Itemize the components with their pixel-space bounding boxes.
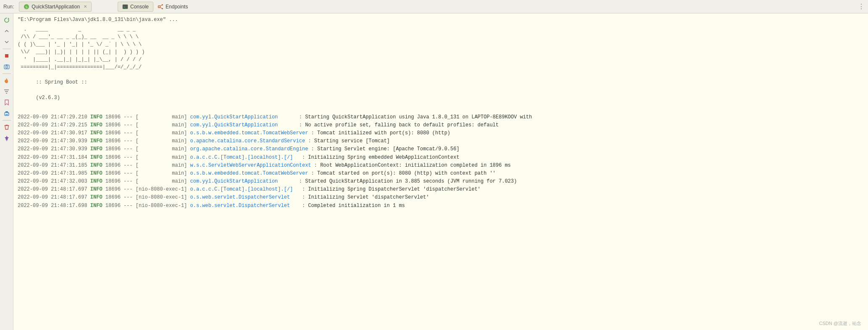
log-date: 2022-09-09 21:47:31.185	[18, 162, 90, 170]
log-logger: o.a.c.c.C.[Tomcat].[localhost].[/]	[190, 186, 302, 194]
toolbar-separator-1	[3, 49, 11, 49]
log-message: Starting Servlet engine: [Apache Tomcat/…	[317, 145, 459, 153]
log-level: INFO	[90, 194, 105, 202]
art-line-4: \\/ ___)| |_)| | | | | || (_| | ) ) ) )	[18, 48, 864, 56]
log-date: 2022-09-09 21:47:32.003	[18, 178, 90, 186]
log-pid: 18696 ---	[105, 113, 136, 121]
log-entries: 2022-09-09 21:47:29.210 INFO 18696 --- […	[18, 113, 864, 210]
java-cmd-line: "E:\Program Files\Java\jdk1.8.0_131\bin\…	[18, 16, 864, 24]
spring-boot-version: (v2.6.3)	[36, 95, 60, 101]
endpoints-icon	[158, 4, 163, 10]
log-colon: :	[302, 154, 308, 162]
top-bar: Run: S QuickStartApplication ✕ >_ Consol…	[0, 0, 868, 13]
filter-button[interactable]	[2, 86, 12, 97]
log-date: 2022-09-09 21:47:30.939	[18, 137, 90, 145]
log-thread: [ main]	[136, 121, 190, 129]
log-colon: :	[311, 129, 317, 137]
log-logger: com.yyl.QuickStartApplication	[190, 113, 299, 121]
log-level: INFO	[90, 162, 105, 170]
svg-rect-9	[5, 54, 8, 58]
spring-icon: S	[24, 4, 29, 10]
log-message: Tomcat initialized with port(s): 8080 (h…	[317, 129, 450, 137]
log-pid: 18696 ---	[105, 178, 136, 186]
log-logger: o.s.b.w.embedded.tomcat.TomcatWebServer	[190, 129, 311, 137]
log-colon: :	[302, 194, 308, 202]
flame-button[interactable]	[2, 76, 12, 86]
svg-rect-17	[5, 111, 8, 113]
log-thread: [nio-8080-exec-1]	[136, 202, 190, 210]
log-level: INFO	[90, 121, 105, 129]
log-colon: :	[302, 186, 308, 194]
log-entry-5: 2022-09-09 21:47:31.184 INFO 18696 --- […	[18, 154, 864, 162]
svg-rect-18	[5, 114, 8, 115]
log-message: Tomcat started on port(s): 8080 (http) w…	[317, 170, 496, 178]
log-level: INFO	[90, 202, 105, 210]
log-level: INFO	[90, 113, 105, 121]
log-colon: :	[299, 178, 305, 186]
svg-point-11	[5, 66, 8, 68]
console-output[interactable]: "E:\Program Files\Java\jdk1.8.0_131\bin\…	[13, 13, 868, 330]
svg-text:S: S	[26, 5, 28, 9]
log-date: 2022-09-09 21:48:17.697	[18, 186, 90, 194]
tab-console[interactable]: >_ Console	[118, 2, 153, 12]
log-date: 2022-09-09 21:47:30.939	[18, 145, 90, 153]
log-message: Initializing Spring DispatcherServlet 'd…	[308, 186, 480, 194]
clear-button[interactable]	[2, 122, 12, 132]
log-entry-9: 2022-09-09 21:48:17.697 INFO 18696 --- […	[18, 186, 864, 194]
log-colon: :	[302, 202, 308, 210]
log-colon: :	[308, 137, 314, 145]
app-tab[interactable]: S QuickStartApplication ✕	[19, 2, 92, 12]
log-message: Started QuickStartApplication in 3.885 s…	[305, 178, 517, 186]
bookmark-button[interactable]	[2, 97, 12, 107]
log-date: 2022-09-09 21:48:17.697	[18, 194, 90, 202]
art-line-3: ( ( )\___ | '_ | '_| | '_ \/ _` | \ \ \ …	[18, 41, 864, 48]
app-tab-label: QuickStartApplication	[32, 4, 80, 10]
tab-endpoints-label: Endpoints	[166, 4, 188, 10]
pin-button[interactable]	[2, 133, 12, 143]
snapshot-button[interactable]	[2, 62, 12, 72]
log-colon: :	[314, 162, 320, 170]
log-date: 2022-09-09 21:47:29.215	[18, 121, 90, 129]
spring-boot-label-line: :: Spring Boot :: (v2.6.3)	[18, 71, 864, 110]
log-entry-3: 2022-09-09 21:47:30.939 INFO 18696 --- […	[18, 137, 864, 145]
close-icon[interactable]: ✕	[84, 4, 87, 9]
log-pid: 18696 ---	[105, 137, 136, 145]
log-level: INFO	[90, 145, 105, 153]
log-logger: w.s.c.ServletWebServerApplicationContext	[190, 162, 314, 170]
scroll-down-button[interactable]	[2, 37, 12, 47]
art-line-2: /\\ / ___'_ __ _ _(_)_ __ __ _ \ \ \ \	[18, 33, 864, 41]
art-line-5: ' |____| .__|_| |_|_| |_\__, | / / / /	[18, 56, 864, 63]
svg-rect-12	[6, 65, 8, 65]
log-entry-0: 2022-09-09 21:47:29.210 INFO 18696 --- […	[18, 113, 864, 121]
log-level: INFO	[90, 154, 105, 162]
log-level: INFO	[90, 186, 105, 194]
log-pid: 18696 ---	[105, 170, 136, 178]
scroll-up-button[interactable]	[2, 26, 12, 36]
log-pid: 18696 ---	[105, 121, 136, 129]
log-message: No active profile set, falling back to d…	[305, 121, 499, 129]
log-colon: :	[299, 113, 305, 121]
log-message: Initializing Spring embedded WebApplicat…	[308, 154, 459, 162]
log-entry-10: 2022-09-09 21:48:17.697 INFO 18696 --- […	[18, 194, 864, 202]
log-date: 2022-09-09 21:47:30.917	[18, 129, 90, 137]
svg-point-4	[158, 6, 160, 8]
tab-endpoints[interactable]: Endpoints	[153, 2, 192, 11]
log-level: INFO	[90, 137, 105, 145]
stop-button[interactable]	[2, 51, 12, 61]
log-entry-7: 2022-09-09 21:47:31.985 INFO 18696 --- […	[18, 170, 864, 178]
svg-rect-16	[5, 113, 9, 115]
log-pid: 18696 ---	[105, 186, 136, 194]
log-message: Initializing Servlet 'dispatcherServlet'	[308, 194, 429, 202]
log-entry-8: 2022-09-09 21:47:32.003 INFO 18696 --- […	[18, 178, 864, 186]
svg-point-8	[162, 8, 163, 9]
log-logger: o.s.web.servlet.DispatcherServlet	[190, 202, 302, 210]
log-entry-11: 2022-09-09 21:48:17.698 INFO 18696 --- […	[18, 202, 864, 210]
more-options-icon[interactable]: ⋮	[858, 3, 865, 11]
print-button[interactable]	[2, 108, 12, 118]
log-entry-2: 2022-09-09 21:47:30.917 INFO 18696 --- […	[18, 129, 864, 137]
log-pid: 18696 ---	[105, 202, 136, 210]
log-logger: o.s.web.servlet.DispatcherServlet	[190, 194, 302, 202]
log-date: 2022-09-09 21:48:17.698	[18, 202, 90, 210]
art-line-1: . ____ _ __ _ _	[18, 26, 864, 33]
restart-button[interactable]	[2, 15, 12, 25]
